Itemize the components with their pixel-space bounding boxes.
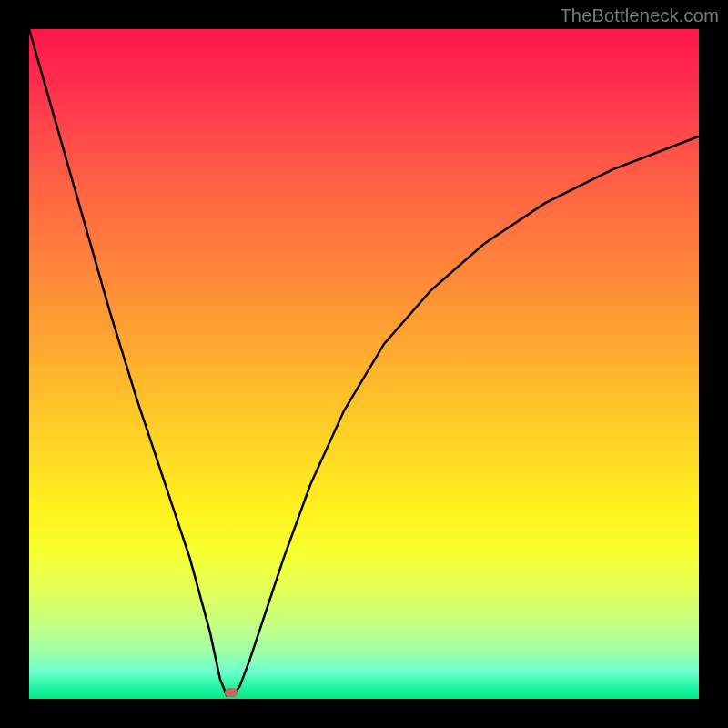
curve-path [29,29,699,695]
chart-frame: TheBottleneck.com [0,0,728,728]
bottleneck-curve [29,29,699,699]
watermark-text: TheBottleneck.com [560,5,719,26]
optimal-point-marker [225,688,238,697]
